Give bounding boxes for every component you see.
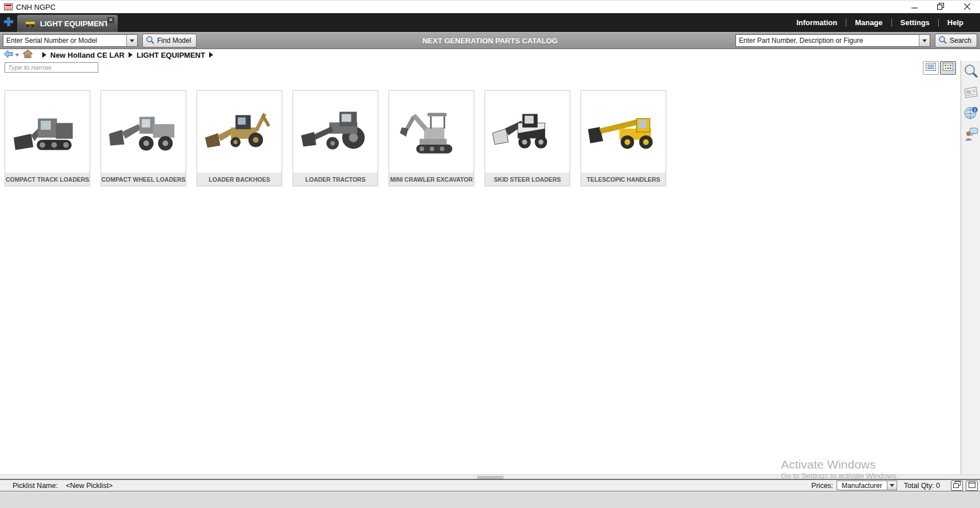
tile-label: LOADER TRACTORS — [293, 173, 378, 186]
breadcrumb-arrow-icon[interactable] — [209, 52, 213, 58]
feedback-button[interactable] — [962, 127, 979, 144]
toolbar: NEXT GENERATION PARTS CATALOG Find Model… — [0, 32, 980, 49]
category-grid: COMPACT TRACK LOADERS — [5, 90, 677, 186]
plus-icon — [3, 17, 14, 29]
compact-wheel-loader-image — [101, 91, 186, 173]
back-arrow-icon — [3, 50, 13, 61]
equipment-icon — [24, 21, 37, 27]
breadcrumb-root[interactable]: New Holland CE LAR — [50, 51, 125, 59]
view-toggles — [923, 61, 956, 75]
magnifier-icon — [963, 63, 978, 81]
app-icon — [4, 3, 13, 10]
part-search-input[interactable] — [736, 35, 919, 46]
breadcrumb-current[interactable]: LIGHT EQUIPMENT — [137, 51, 205, 59]
find-model-button[interactable]: Find Model — [142, 34, 197, 47]
serial-model-dropdown-button[interactable] — [126, 35, 137, 46]
search-label: Search — [950, 37, 971, 45]
breadcrumb: New Holland CE LAR LIGHT EQUIPMENT — [0, 49, 980, 61]
breadcrumb-arrow-icon — [42, 52, 46, 58]
title-bar: CNH NGPC — [0, 1, 980, 13]
zoom-tool-button[interactable] — [962, 63, 979, 81]
top-menu: Information Manage Settings Help — [788, 13, 980, 32]
splitter-grip-icon — [477, 475, 503, 479]
minimize-button[interactable] — [901, 1, 927, 13]
skid-steer-loader-image — [485, 91, 570, 173]
main-area: COMPACT TRACK LOADERS — [0, 61, 980, 474]
chevron-down-icon — [922, 39, 927, 42]
home-button[interactable] — [23, 50, 33, 61]
tile-label: MINI CRAWLER EXCAVATOR — [389, 173, 474, 186]
prices-value: Manufacturer — [837, 481, 887, 490]
menu-information[interactable]: Information — [788, 18, 846, 27]
prices-combobox[interactable]: Manufacturer — [837, 481, 897, 490]
serial-model-input[interactable] — [3, 35, 126, 46]
tile-compact-track-loaders[interactable]: COMPACT TRACK LOADERS — [5, 90, 90, 186]
picklist-name-label: Picklist Name: — [13, 482, 58, 490]
minimize-icon — [911, 2, 918, 12]
news-button[interactable] — [962, 85, 979, 102]
list-view-button[interactable] — [923, 61, 939, 75]
magnifier-icon — [146, 35, 155, 46]
news-icon — [963, 86, 978, 101]
picklist-name-value[interactable]: <New Picklist> — [66, 482, 113, 490]
menu-manage[interactable]: Manage — [846, 18, 891, 27]
tile-telescopic-handlers[interactable]: TELESCOPIC HANDLERS — [581, 90, 666, 186]
tile-loader-tractors[interactable]: LOADER TRACTORS — [293, 90, 378, 186]
tab-light-equipment[interactable]: LIGHT EQUIPMENT ✕ — [17, 15, 118, 32]
tile-label: TELESCOPIC HANDLERS — [581, 173, 666, 186]
person-chat-icon — [963, 127, 978, 144]
home-icon — [23, 50, 33, 60]
compact-track-loader-image — [5, 91, 90, 173]
search-button[interactable]: Search — [935, 34, 977, 47]
picklist-window-button[interactable] — [966, 481, 978, 491]
tile-label: LOADER BACKHOES — [197, 173, 282, 186]
picklist-cascade-button[interactable] — [951, 481, 963, 491]
part-search-combobox — [735, 34, 930, 47]
status-bar: Picklist Name: <New Picklist> Prices: Ma… — [0, 480, 980, 491]
prices-dropdown-button[interactable] — [887, 481, 897, 490]
find-model-label: Find Model — [157, 37, 191, 45]
tile-loader-backhoes[interactable]: LOADER BACKHOES — [197, 90, 282, 186]
tab-label: LIGHT EQUIPMENT — [40, 19, 109, 28]
menu-help[interactable]: Help — [939, 18, 972, 27]
content-area: COMPACT TRACK LOADERS — [0, 61, 961, 474]
loader-backhoe-image — [197, 91, 282, 173]
tile-mini-crawler-excavator[interactable]: MINI CRAWLER EXCAVATOR — [389, 90, 474, 186]
tile-skid-steer-loaders[interactable]: SKID STEER LOADERS — [485, 90, 570, 186]
tile-label: COMPACT TRACK LOADERS — [5, 173, 90, 186]
overlapping-windows-icon — [953, 481, 961, 490]
web-info-button[interactable]: i — [962, 106, 979, 123]
back-button[interactable] — [3, 50, 19, 61]
grid-view-icon — [943, 63, 953, 73]
horizontal-splitter[interactable] — [0, 474, 980, 480]
list-view-icon — [926, 63, 936, 73]
back-history-icon[interactable] — [15, 54, 19, 57]
globe-info-icon: i — [963, 106, 978, 123]
total-qty: Total Qty: 0 — [904, 482, 940, 490]
mini-crawler-excavator-image — [389, 91, 474, 173]
menu-settings[interactable]: Settings — [892, 18, 938, 27]
close-window-button[interactable] — [954, 1, 980, 13]
close-icon — [964, 2, 970, 12]
tile-compact-wheel-loaders[interactable]: COMPACT WHEEL LOADERS — [101, 90, 186, 186]
application-window: CNH NGPC LIGHT EQUIPMENT ✕ Information — [0, 0, 980, 508]
window-icon — [969, 482, 975, 490]
window-title: CNH NGPC — [16, 3, 55, 11]
chevron-down-icon — [130, 39, 134, 42]
restore-icon — [937, 2, 944, 12]
bottom-band — [0, 491, 980, 508]
part-search-dropdown-button[interactable] — [919, 35, 930, 46]
breadcrumb-arrow-icon — [129, 52, 133, 58]
type-to-narrow-input[interactable] — [5, 62, 98, 73]
magnifier-icon — [938, 35, 947, 46]
add-tab-button[interactable] — [0, 13, 17, 32]
serial-model-combobox — [3, 34, 138, 47]
chevron-down-icon — [890, 484, 894, 487]
loader-tractor-image — [293, 91, 378, 173]
tab-close-icon[interactable]: ✕ — [107, 17, 115, 24]
right-sidebar: i — [961, 61, 980, 474]
telescopic-handler-image — [581, 91, 666, 173]
grid-view-button[interactable] — [940, 61, 956, 75]
tile-label: SKID STEER LOADERS — [485, 173, 570, 186]
restore-button[interactable] — [927, 1, 954, 13]
